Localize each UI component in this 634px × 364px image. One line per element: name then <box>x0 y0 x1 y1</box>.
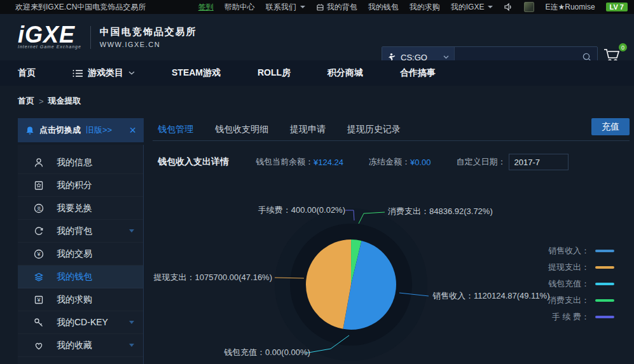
sidebar-item-my-backpack[interactable]: 我的背包 <box>18 220 143 243</box>
logo-caption: Internet Game Exchange <box>18 44 81 49</box>
nav-roll-room[interactable]: ROLL房 <box>258 67 291 79</box>
pie-label-consume: 消费支出：84836.92(3.72%) <box>388 206 493 217</box>
sound-toggle[interactable] <box>504 3 513 11</box>
nav-points-mall[interactable]: 积分商城 <box>327 67 363 79</box>
legend-swatch <box>595 316 614 318</box>
legend-label: 销售收入： <box>548 245 589 257</box>
nav-game-categories[interactable]: 游戏类目 <box>72 67 135 79</box>
site-name: 中国电竞饰品交易所 <box>100 26 197 38</box>
legend-item-withdraw[interactable]: 提现支出： <box>548 259 614 276</box>
sidebar-item-my-buy-orders[interactable]: ¥ 我的求购 <box>18 288 143 311</box>
chevron-down-icon <box>129 321 134 324</box>
sidebar-item-label: 我的求购 <box>57 294 92 306</box>
sidebar-item-my-info[interactable]: 我的信息 <box>18 151 143 174</box>
summary-title: 钱包收入支出详情 <box>158 156 229 168</box>
legend-item-sales[interactable]: 销售收入： <box>548 243 614 259</box>
nav-steam-games[interactable]: STEAM游戏 <box>172 67 221 79</box>
sidebar-item-label: 我的信息 <box>57 157 92 168</box>
yen-circle-icon: ¥ <box>33 248 45 260</box>
divider <box>90 26 91 49</box>
sidebar-item-exchange[interactable]: 兑 我要兑换 <box>18 197 143 220</box>
breadcrumb-home[interactable]: 首页 <box>18 95 34 107</box>
old-version-link[interactable]: 旧版>> <box>86 125 112 136</box>
legend-item-recharge[interactable]: 钱包充值： <box>548 276 614 292</box>
wallet-summary: 钱包收入支出详情 钱包当前余额： ¥124.24 冻结金额： ¥0.00 自定义… <box>153 154 630 170</box>
custom-date-input[interactable] <box>509 154 569 170</box>
list-menu-icon <box>72 69 83 78</box>
header: iGXE Internet Game Exchange 中国电竞饰品交易所 WW… <box>0 14 634 60</box>
nav-game-categories-label: 游戏类目 <box>88 67 123 79</box>
site-url: WWW.IGXE.CN <box>100 41 197 48</box>
frozen-value: ¥0.00 <box>410 158 431 167</box>
my-buy-link[interactable]: 我的求购 <box>410 2 440 13</box>
wallet-tabs: 钱包管理 钱包收支明细 提现申请 提现历史记录 充值 <box>153 119 630 141</box>
chart-legend: 销售收入： 提现支出： 钱包充值： 消费支出： 手 续 费： <box>548 243 614 325</box>
contact-us-link[interactable]: 联系我们 <box>266 2 305 13</box>
main-nav: 首页 游戏类目 STEAM游戏 ROLL房 积分商城 合作搞事 <box>0 60 634 86</box>
help-center-link[interactable]: 帮助中心 <box>224 2 255 13</box>
pie-label-withdraw: 提现支出：1075700.00(47.16%) <box>154 272 272 283</box>
sidebar-item-my-points[interactable]: 我的积分 <box>18 174 143 197</box>
version-switch-banner: 点击切换成 旧版>> × <box>18 118 144 142</box>
legend-item-fee[interactable]: 手 续 费： <box>548 309 614 325</box>
svg-text:兑: 兑 <box>36 206 41 212</box>
refresh-backpack-icon <box>33 226 45 237</box>
speaker-icon <box>504 3 513 11</box>
breadcrumb-current: 现金提取 <box>48 95 81 107</box>
nav-home[interactable]: 首页 <box>18 67 36 79</box>
sidebar-item-my-wallet[interactable]: 我的钱包 <box>18 266 143 288</box>
my-wallet-link[interactable]: 我的钱包 <box>368 2 399 13</box>
sidebar-item-my-trades[interactable]: ¥ 我的交易 <box>18 243 143 266</box>
recharge-button[interactable]: 充值 <box>591 118 630 135</box>
pie-chart-area: 手续费：400.00(0.02%) 消费支出：84836.92(3.72%) 提… <box>153 184 634 364</box>
legend-label: 提现支出： <box>548 262 589 273</box>
sidebar-item-label: 我的交易 <box>57 248 92 260</box>
sidebar-item-label: 我要兑换 <box>57 203 92 214</box>
balance-value: ¥124.24 <box>314 158 343 167</box>
topbar: 欢迎来到IGXE.CN中国电竞饰品交易所 签到 帮助中心 联系我们 我的背包 我… <box>0 0 634 14</box>
chevron-down-icon <box>128 71 135 75</box>
page: 欢迎来到IGXE.CN中国电竞饰品交易所 签到 帮助中心 联系我们 我的背包 我… <box>0 0 634 364</box>
pie-label-sales: 销售收入：1120124.87(49.11%) <box>432 290 550 302</box>
date-label: 自定义日期： <box>457 156 506 168</box>
backpack-icon <box>316 3 324 11</box>
tab-wallet-detail[interactable]: 钱包收支明细 <box>215 124 268 137</box>
yen-box-icon: ¥ <box>33 294 45 306</box>
legend-swatch <box>595 250 614 252</box>
svg-text:¥: ¥ <box>36 297 41 303</box>
pie-group <box>275 208 427 361</box>
exchange-icon: 兑 <box>33 203 45 214</box>
user-avatar[interactable] <box>524 2 534 12</box>
legend-label: 手 续 费： <box>552 311 589 323</box>
nav-cooperation[interactable]: 合作搞事 <box>400 67 436 79</box>
logo[interactable]: iGXE Internet Game Exchange 中国电竞饰品交易所 WW… <box>18 25 197 49</box>
sidebar-item-label: 我的收藏 <box>57 340 92 351</box>
my-backpack-link[interactable]: 我的背包 <box>316 2 357 13</box>
tab-wallet-manage[interactable]: 钱包管理 <box>158 124 193 137</box>
sidebar-item-my-favorites[interactable]: 我的收藏 <box>18 334 143 357</box>
pie-label-fee: 手续费：400.00(0.02%) <box>258 205 345 216</box>
bell-icon <box>25 126 34 135</box>
legend-item-consume[interactable]: 消费支出： <box>548 292 614 309</box>
legend-label: 消费支出： <box>548 295 589 306</box>
my-backpack-label: 我的背包 <box>327 2 357 13</box>
sidebar-item-label: 我的积分 <box>57 180 92 191</box>
legend-swatch <box>595 266 614 269</box>
sign-in-link[interactable]: 签到 <box>198 2 214 13</box>
tab-withdraw-apply[interactable]: 提现申请 <box>290 124 326 137</box>
close-icon[interactable]: × <box>129 125 136 136</box>
cart-count-badge: 0 <box>619 43 627 51</box>
sidebar-item-my-cdkey[interactable]: 我的CD-KEY <box>18 311 143 334</box>
legend-swatch <box>595 283 614 285</box>
tab-withdraw-history[interactable]: 提现历史记录 <box>347 124 401 137</box>
my-igxe-link[interactable]: 我的IGXE <box>451 2 493 13</box>
user-icon <box>33 157 45 168</box>
balance-label: 钱包当前余额： <box>256 156 314 168</box>
heart-icon <box>33 340 45 351</box>
breadcrumb: 首页 > 现金提取 <box>18 95 81 107</box>
username[interactable]: E连★Ruomise <box>545 2 595 13</box>
welcome-text: 欢迎来到IGXE.CN中国电竞饰品交易所 <box>15 2 146 13</box>
my-igxe-label: 我的IGXE <box>451 2 485 13</box>
points-badge-icon <box>33 180 45 191</box>
legend-label: 钱包充值： <box>548 278 589 290</box>
